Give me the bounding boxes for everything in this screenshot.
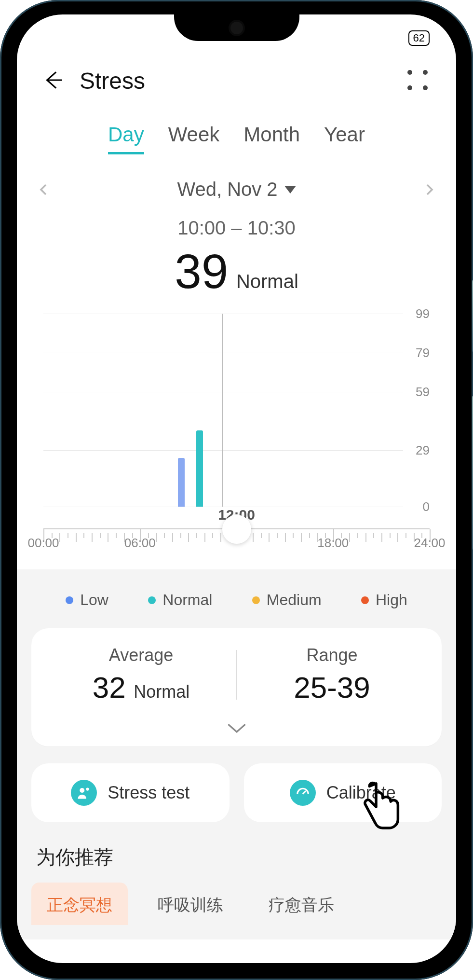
chip-music[interactable]: 疗愈音乐 (253, 883, 350, 925)
timeline-label: 18:00 (317, 536, 349, 551)
svg-point-0 (80, 788, 84, 793)
stat-average-value: 32 (93, 671, 126, 704)
more-menu-icon[interactable] (407, 70, 430, 92)
timeline-label: 24:00 (414, 536, 445, 551)
stats-card: Average 32 Normal Range 25-39 (31, 628, 442, 746)
calibrate-button[interactable]: Calibrate (244, 763, 442, 822)
tab-day[interactable]: Day (108, 123, 144, 154)
dropdown-icon (284, 186, 296, 193)
stat-range-title: Range (237, 645, 427, 665)
legend-item: High (361, 591, 407, 609)
selected-time-window: 10:00 – 10:30 (17, 217, 456, 239)
stress-chart[interactable]: 029597999 (43, 314, 430, 507)
stat-average-title: Average (46, 645, 236, 665)
tab-month[interactable]: Month (243, 123, 300, 154)
legend-item: Normal (148, 591, 212, 609)
tab-week[interactable]: Week (168, 123, 220, 154)
stat-range: Range 25-39 (237, 645, 427, 704)
date-label: Wed, Nov 2 (177, 179, 277, 200)
chip-breathing[interactable]: 呼吸训练 (142, 883, 239, 925)
timeline-handle[interactable] (222, 515, 251, 544)
chart-bar (196, 430, 203, 507)
reading-level: Normal (236, 271, 298, 292)
chip-mindfulness[interactable]: 正念冥想 (31, 883, 128, 925)
current-reading: 39 Normal (17, 244, 456, 299)
tab-year[interactable]: Year (324, 123, 365, 154)
chart-bar (178, 458, 185, 507)
stress-test-icon (71, 780, 97, 806)
svg-point-1 (86, 787, 89, 790)
expand-stats-button[interactable] (46, 721, 427, 737)
page-title: Stress (80, 68, 407, 94)
chart-legend: LowNormalMediumHigh (31, 591, 442, 628)
battery-indicator: 62 (408, 30, 430, 46)
cursor-indicator-icon (360, 780, 403, 833)
stress-test-label: Stress test (108, 783, 189, 803)
timeline-label: 00:00 (27, 536, 59, 551)
legend-item: Low (66, 591, 108, 609)
date-picker[interactable]: Wed, Nov 2 (177, 179, 296, 200)
back-button[interactable] (41, 68, 65, 94)
timeline-scrubber[interactable]: 12:00 00:0006:0018:0024:00 (43, 507, 430, 569)
stress-test-button[interactable]: Stress test (31, 763, 230, 822)
prev-day-button[interactable] (36, 182, 51, 197)
stat-average: Average 32 Normal (46, 645, 236, 704)
timeline-label: 06:00 (124, 536, 156, 551)
period-tabs: Day Week Month Year (17, 109, 456, 162)
next-day-button[interactable] (422, 182, 437, 197)
calibrate-icon (290, 780, 316, 806)
recommendations-title: 为你推荐 (36, 844, 442, 870)
legend-item: Medium (252, 591, 322, 609)
reading-value: 39 (175, 244, 228, 298)
stat-range-value: 25-39 (294, 671, 370, 704)
stat-average-level: Normal (134, 682, 189, 702)
